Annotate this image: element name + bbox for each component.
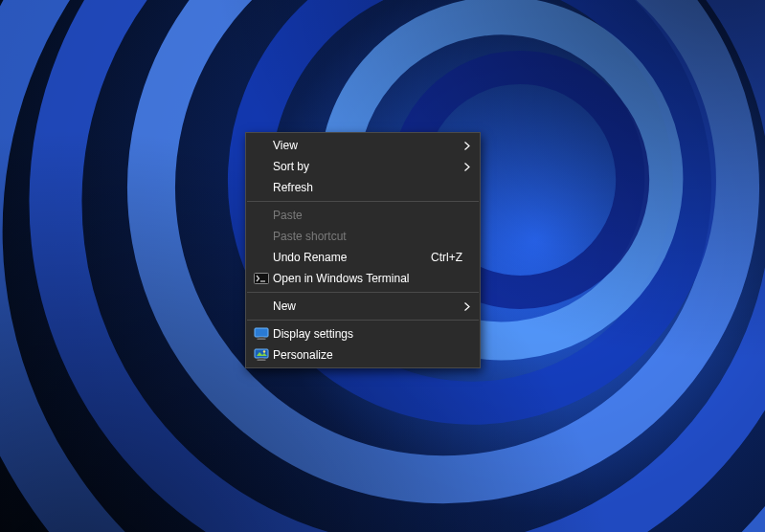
svg-rect-2 <box>255 328 268 337</box>
chevron-right-icon <box>462 142 472 150</box>
menu-separator <box>247 201 479 202</box>
chevron-right-icon <box>462 163 472 171</box>
menu-item-open-terminal[interactable]: Open in Windows Terminal <box>246 268 480 289</box>
menu-item-personalize[interactable]: Personalize <box>246 344 480 366</box>
svg-rect-7 <box>259 358 264 360</box>
desktop-wallpaper[interactable]: View Sort by Refresh Paste Paste sho <box>0 0 765 532</box>
svg-rect-0 <box>255 274 269 284</box>
menu-item-new[interactable]: New <box>246 296 480 317</box>
menu-item-display-settings[interactable]: Display settings <box>246 323 480 344</box>
menu-item-refresh[interactable]: Refresh <box>246 177 480 198</box>
menu-label: View <box>271 139 462 152</box>
terminal-icon <box>252 273 271 284</box>
menu-shortcut: Ctrl+Z <box>419 251 462 264</box>
display-icon <box>252 327 271 341</box>
menu-label: New <box>271 299 462 313</box>
menu-item-paste-shortcut: Paste shortcut <box>246 226 480 247</box>
menu-item-view[interactable]: View <box>246 135 480 156</box>
menu-label: Personalize <box>271 348 462 362</box>
menu-item-paste: Paste <box>246 205 480 226</box>
menu-item-sort-by[interactable]: Sort by <box>246 156 480 177</box>
svg-rect-3 <box>259 337 264 339</box>
menu-label: Refresh <box>271 181 462 194</box>
menu-label: Display settings <box>271 327 462 341</box>
chevron-right-icon <box>462 302 472 311</box>
menu-label: Paste <box>271 209 462 222</box>
menu-separator <box>247 292 479 293</box>
svg-point-6 <box>263 350 265 352</box>
menu-label: Open in Windows Terminal <box>271 272 462 285</box>
personalize-icon <box>252 348 271 362</box>
svg-rect-5 <box>255 349 268 358</box>
menu-label: Undo Rename <box>271 251 419 264</box>
desktop-context-menu: View Sort by Refresh Paste Paste sho <box>245 132 481 368</box>
svg-rect-8 <box>258 360 266 362</box>
menu-label: Paste shortcut <box>271 230 462 243</box>
svg-rect-4 <box>258 339 266 341</box>
menu-item-undo-rename[interactable]: Undo Rename Ctrl+Z <box>246 247 480 268</box>
menu-separator <box>247 320 479 321</box>
menu-label: Sort by <box>271 160 462 173</box>
